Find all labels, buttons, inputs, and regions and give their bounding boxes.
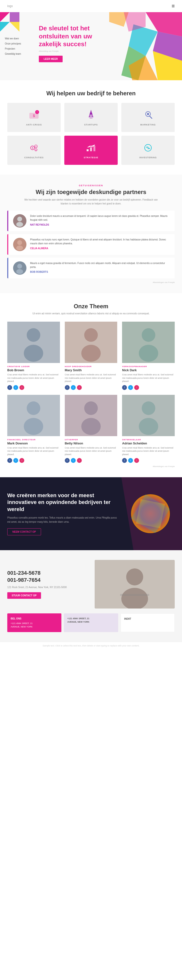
svg-point-39 — [16, 245, 23, 250]
team-socials-4: f t i — [7, 458, 60, 463]
service-card-investering: $ INVESTERING — [121, 136, 175, 165]
svg-text:$: $ — [35, 149, 36, 151]
testimonial-3-text: Mauris a eget massa gravida id fermentum… — [30, 261, 170, 269]
team-card-2: HOOF DREDGEHOUDER Mary Smith Cras amet n… — [65, 321, 117, 390]
avatar-celia — [13, 238, 27, 251]
svg-text:$: $ — [147, 146, 149, 149]
team-role-4: FINANCIEEL DIRECTEUR — [7, 439, 60, 441]
services-section: Wij helpen uw bedrijf te beheren $ ! ANT… — [0, 80, 182, 175]
tw-icon-2[interactable]: t — [71, 385, 76, 390]
ig-icon-3[interactable]: i — [134, 385, 139, 390]
team-desc-5: Cras amet nisal libero molestie arcu at.… — [65, 446, 117, 456]
team-socials-1: f t i — [7, 385, 60, 390]
strategie-label: STRATEGIE — [68, 156, 114, 159]
addr-card-address-title: +121 456K SREET, 21 AVENUE, NEW YORK — [67, 617, 114, 624]
marketing-label: MARKETING — [125, 124, 171, 126]
team-role-6: ONTWIKKELAAR — [122, 439, 175, 441]
testimonial-1-content: Dolor iustis tincidunt mauris a accumsan… — [30, 214, 170, 226]
svg-point-23 — [147, 113, 149, 115]
anti-crisis-icon: $ ! — [28, 109, 40, 121]
svg-rect-32 — [93, 146, 95, 151]
hamburger-menu[interactable]: ≡ — [172, 3, 175, 9]
fb-icon-5[interactable]: f — [65, 458, 70, 463]
team-name-5: Betty Nilson — [65, 442, 117, 445]
testimonials-subtitle: GETUIGENISSEN — [7, 184, 175, 187]
addr-card-visit-title: INDIIT — [124, 617, 171, 621]
testimonials-caption: Afbeeldingen van Freepik — [7, 281, 175, 283]
fb-icon-4[interactable]: f — [7, 458, 12, 463]
contact-button[interactable]: STUUR CONTACT OP — [7, 592, 41, 599]
team-card-4: FINANCIEEL DIRECTEUR Mark Dowson Cras am… — [7, 395, 60, 463]
testimonials-desc: We hechten veel waarde aan sterke relati… — [24, 198, 158, 206]
svg-rect-30 — [87, 149, 89, 151]
avatar-bob — [13, 261, 27, 275]
svg-point-59 — [126, 568, 143, 585]
team-caption: Afbeeldingen van Freepik — [7, 465, 175, 468]
team-role-2: HOOF DREDGEHOUDER — [65, 365, 117, 368]
ig-icon-1[interactable]: i — [19, 385, 24, 390]
team-socials-6: f t i — [122, 458, 175, 463]
fb-icon-1[interactable]: f — [7, 385, 12, 390]
consultaties-icon: $ $ $ — [28, 142, 40, 154]
svg-point-42 — [27, 328, 40, 342]
team-name-3: Nick Dark — [122, 368, 175, 372]
team-photo-3 — [122, 321, 175, 363]
team-role-5: UITVERPER — [65, 439, 117, 441]
svg-point-52 — [142, 401, 155, 415]
fb-icon-2[interactable]: f — [65, 385, 70, 390]
team-socials-5: f t i — [65, 458, 117, 463]
testimonial-2-name: CELIA ALMERA — [30, 247, 170, 250]
fb-icon-6[interactable]: f — [122, 458, 127, 463]
testimonial-3-content: Mauris a eget massa gravida id fermentum… — [30, 261, 170, 273]
team-header: Onze Theem Ut enim ad minim veniam, quis… — [7, 303, 175, 315]
team-card-1: CREATIEVE LEIDER Bob Brown Cras amet nis… — [7, 321, 60, 390]
svg-point-49 — [24, 418, 43, 435]
svg-point-36 — [17, 216, 22, 221]
svg-text:!: ! — [37, 111, 38, 113]
svg-rect-31 — [90, 147, 92, 151]
ig-icon-5[interactable]: i — [77, 458, 82, 463]
svg-point-41 — [16, 269, 23, 274]
tw-icon-6[interactable]: t — [128, 458, 133, 463]
svg-point-44 — [84, 328, 98, 342]
svg-point-45 — [81, 345, 101, 362]
team-socials-3: f t i — [122, 385, 175, 390]
contact-section: 001-234-5678 001-987-7654 121 Rock Sreet… — [0, 550, 182, 642]
addr-card-address: +121 456K SREET, 21 AVENUE, NEW YORK — [64, 613, 118, 632]
svg-point-19 — [90, 112, 92, 115]
testimonial-2-text: Phasellus vut turpis nunc eget lorem. Qu… — [30, 238, 170, 245]
cta-decoration — [126, 489, 175, 538]
cta-desc: Phasellus convallis posuere morbi leo. T… — [7, 515, 119, 524]
svg-text:$: $ — [35, 146, 36, 148]
team-name-4: Mark Dowson — [7, 442, 60, 445]
cta-contact-button[interactable]: NEEM CONTACT OP — [7, 528, 41, 535]
team-photo-1 — [7, 321, 60, 363]
contact-phone-2: 001-987-7654 — [7, 577, 87, 584]
startups-icon — [85, 109, 97, 121]
testimonial-1-text: Dolor iustis tincidunt mauris a accumsan… — [30, 214, 170, 222]
navbar: logo ≡ — [0, 0, 182, 12]
tw-icon-1[interactable]: t — [13, 385, 18, 390]
ig-icon-2[interactable]: i — [77, 385, 82, 390]
addr-card-call: BEL ONS +121 456K SREET, 21 AVENUE, NEW … — [7, 613, 62, 632]
tw-icon-5[interactable]: t — [71, 458, 76, 463]
svg-point-50 — [84, 401, 98, 415]
tw-icon-4[interactable]: t — [13, 458, 18, 463]
svg-point-37 — [16, 222, 23, 227]
hero-polygon-decoration — [109, 12, 182, 80]
ig-icon-6[interactable]: i — [134, 458, 139, 463]
team-name-1: Bob Brown — [7, 368, 60, 372]
hero-cta-button[interactable]: LEER MEER — [39, 56, 63, 62]
team-desc-2: Cras amet nisal libero molestie arcu at.… — [65, 373, 117, 383]
tw-icon-3[interactable]: t — [128, 385, 133, 390]
contact-grid: 001-234-5678 001-987-7654 121 Rock Sreet… — [7, 560, 175, 609]
contact-info: 001-234-5678 001-987-7654 121 Rock Sreet… — [7, 570, 87, 599]
fb-icon-3[interactable]: f — [122, 385, 127, 390]
team-desc-6: Cras amet nisal libero molestie arcu at.… — [122, 446, 175, 456]
ig-icon-4[interactable]: i — [19, 458, 24, 463]
logo: logo — [7, 5, 13, 8]
contact-photo — [95, 560, 175, 609]
services-title: Wij helpen uw bedrijf te beheren — [7, 90, 175, 97]
team-card-5: UITVERPER Betty Nilson Cras amet nisal l… — [65, 395, 117, 463]
team-title: Onze Theem — [7, 303, 175, 310]
